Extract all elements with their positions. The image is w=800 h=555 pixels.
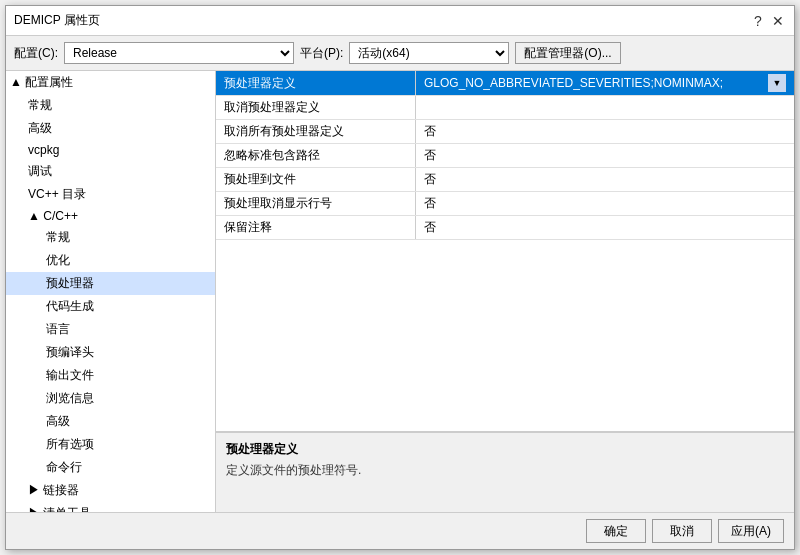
right-panel: 预处理器定义GLOG_NO_ABBREVIATED_SEVERITIES;NOM… (216, 71, 794, 512)
tree-item-label: ▶ 清单工具 (28, 505, 215, 512)
tree-item-label: ▶ 链接器 (28, 482, 215, 499)
prop-value: 否 (416, 192, 794, 215)
prop-name: 预处理到文件 (216, 168, 416, 191)
tree-item-label: 优化 (46, 252, 215, 269)
apply-button[interactable]: 应用(A) (718, 519, 784, 543)
prop-row-preprocess-to-file[interactable]: 预处理到文件否 (216, 168, 794, 192)
title-bar: DEMICP 属性页 ? ✕ (6, 6, 794, 36)
prop-value: GLOG_NO_ABBREVIATED_SEVERITIES;NOMINMAX;… (416, 71, 794, 95)
tree-item-code-gen[interactable]: 代码生成 (6, 295, 215, 318)
tree-item-cpp[interactable]: ▲ C/C++ (6, 206, 215, 226)
properties-table: 预处理器定义GLOG_NO_ABBREVIATED_SEVERITIES;NOM… (216, 71, 794, 432)
prop-value: 否 (416, 120, 794, 143)
prop-row-keep-comments[interactable]: 保留注释否 (216, 216, 794, 240)
tree-item-cpp-optimize[interactable]: 优化 (6, 249, 215, 272)
toolbar: 配置(C): Release 平台(P): 活动(x64) 配置管理器(O)..… (6, 36, 794, 71)
tree-item-label: ▲ C/C++ (28, 209, 215, 223)
tree-item-vc-dirs[interactable]: VC++ 目录 (6, 183, 215, 206)
tree-item-label: 调试 (28, 163, 215, 180)
tree-item-config-properties[interactable]: ▲ 配置属性 (6, 71, 215, 94)
tree-item-manifest-tool[interactable]: ▶ 清单工具 (6, 502, 215, 512)
tree-item-label: 输出文件 (46, 367, 215, 384)
dialog-title: DEMICP 属性页 (14, 12, 100, 29)
close-button[interactable]: ✕ (770, 13, 786, 29)
prop-name: 忽略标准包含路径 (216, 144, 416, 167)
tree-item-label: 命令行 (46, 459, 215, 476)
tree-item-label: vcpkg (28, 143, 215, 157)
config-select[interactable]: Release (64, 42, 294, 64)
cancel-button[interactable]: 取消 (652, 519, 712, 543)
tree-item-all-options[interactable]: 所有选项 (6, 433, 215, 456)
platform-select[interactable]: 活动(x64) (349, 42, 509, 64)
tree-item-label: 所有选项 (46, 436, 215, 453)
tree-item-command-line[interactable]: 命令行 (6, 456, 215, 479)
bottom-bar: 确定 取消 应用(A) (6, 512, 794, 549)
prop-value: 否 (416, 168, 794, 191)
tree-item-precompiled-headers[interactable]: 预编译头 (6, 341, 215, 364)
prop-name: 保留注释 (216, 216, 416, 239)
main-content: ▲ 配置属性常规高级vcpkg调试VC++ 目录▲ C/C++常规优化预处理器代… (6, 71, 794, 512)
tree-item-browse-info[interactable]: 浏览信息 (6, 387, 215, 410)
tree-item-label: 代码生成 (46, 298, 215, 315)
tree-item-general[interactable]: 常规 (6, 94, 215, 117)
tree-item-label: ▲ 配置属性 (10, 74, 215, 91)
tree-item-vcpkg[interactable]: vcpkg (6, 140, 215, 160)
prop-row-undefine-all[interactable]: 取消所有预处理器定义否 (216, 120, 794, 144)
prop-row-preprocess-suppress-line[interactable]: 预处理取消显示行号否 (216, 192, 794, 216)
prop-name: 预处理器定义 (216, 71, 416, 95)
tree-item-linker[interactable]: ▶ 链接器 (6, 479, 215, 502)
prop-value: 否 (416, 144, 794, 167)
description-text: 定义源文件的预处理符号. (226, 462, 784, 479)
prop-dropdown-button[interactable]: ▼ (768, 74, 786, 92)
prop-name: 取消所有预处理器定义 (216, 120, 416, 143)
tree-item-advanced2[interactable]: 高级 (6, 410, 215, 433)
tree-item-output-files[interactable]: 输出文件 (6, 364, 215, 387)
properties-dialog: DEMICP 属性页 ? ✕ 配置(C): Release 平台(P): 活动(… (5, 5, 795, 550)
tree-item-label: 高级 (28, 120, 215, 137)
prop-value: 否 (416, 216, 794, 239)
prop-name: 预处理取消显示行号 (216, 192, 416, 215)
prop-row-undefine-preprocessor[interactable]: 取消预处理器定义 (216, 96, 794, 120)
title-bar-controls: ? ✕ (750, 13, 786, 29)
tree-item-advanced[interactable]: 高级 (6, 117, 215, 140)
prop-value (416, 96, 794, 119)
config-manager-button[interactable]: 配置管理器(O)... (515, 42, 620, 64)
tree-item-label: 常规 (46, 229, 215, 246)
ok-button[interactable]: 确定 (586, 519, 646, 543)
tree-item-debug[interactable]: 调试 (6, 160, 215, 183)
description-title: 预处理器定义 (226, 441, 784, 458)
tree-item-label: 浏览信息 (46, 390, 215, 407)
tree-item-label: 预处理器 (46, 275, 215, 292)
tree-item-label: 预编译头 (46, 344, 215, 361)
prop-row-ignore-std-include[interactable]: 忽略标准包含路径否 (216, 144, 794, 168)
tree-item-label: 语言 (46, 321, 215, 338)
tree-item-cpp-general[interactable]: 常规 (6, 226, 215, 249)
tree-item-label: 常规 (28, 97, 215, 114)
prop-value-text: GLOG_NO_ABBREVIATED_SEVERITIES;NOMINMAX; (424, 76, 768, 90)
platform-label: 平台(P): (300, 45, 343, 62)
tree-item-label: 高级 (46, 413, 215, 430)
tree-item-language[interactable]: 语言 (6, 318, 215, 341)
prop-name: 取消预处理器定义 (216, 96, 416, 119)
tree-item-preprocessor[interactable]: 预处理器 (6, 272, 215, 295)
description-panel: 预处理器定义 定义源文件的预处理符号. (216, 432, 794, 512)
prop-row-preprocessor-def[interactable]: 预处理器定义GLOG_NO_ABBREVIATED_SEVERITIES;NOM… (216, 71, 794, 96)
config-label: 配置(C): (14, 45, 58, 62)
tree-panel: ▲ 配置属性常规高级vcpkg调试VC++ 目录▲ C/C++常规优化预处理器代… (6, 71, 216, 512)
help-button[interactable]: ? (750, 13, 766, 29)
tree-item-label: VC++ 目录 (28, 186, 215, 203)
